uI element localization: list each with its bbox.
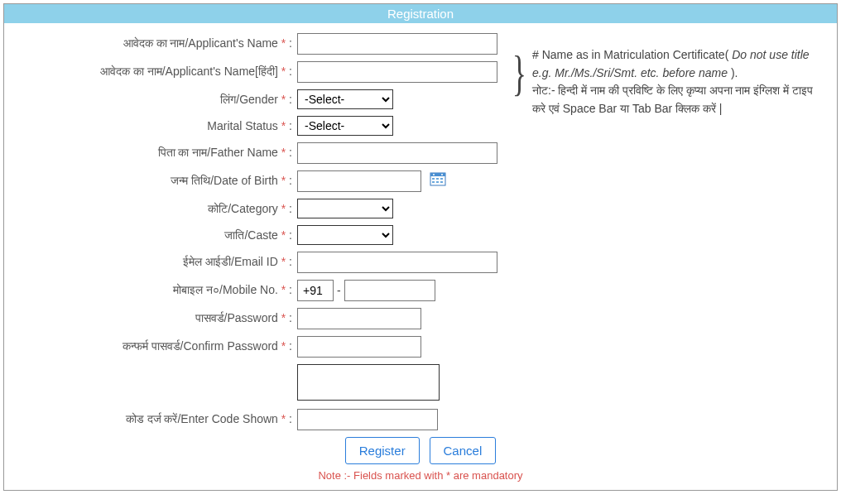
enter-code-input[interactable]	[297, 409, 438, 430]
marital-select[interactable]: -Select-	[297, 116, 393, 136]
svg-rect-1	[430, 173, 445, 176]
row-captcha-image	[16, 364, 825, 401]
row-enter-code: कोड दर्ज करें/Enter Code Shown * :	[16, 409, 825, 430]
svg-rect-6	[440, 178, 443, 180]
svg-rect-9	[440, 181, 443, 183]
svg-rect-5	[436, 178, 439, 180]
svg-point-2	[433, 174, 435, 175]
label-applicant-name-hindi: आवेदक का नाम/Applicant's Name[हिंदी] * :	[16, 61, 297, 79]
caste-select[interactable]	[297, 225, 393, 245]
category-select[interactable]	[297, 199, 393, 218]
row-category: कोटि/Category * :	[16, 199, 825, 218]
dob-input[interactable]	[297, 170, 421, 192]
label-gender: लिंग/Gender * :	[16, 89, 297, 107]
label-category: कोटि/Category * :	[16, 199, 297, 216]
label-enter-code: कोड दर्ज करें/Enter Code Shown * :	[16, 409, 297, 426]
password-input[interactable]	[297, 308, 421, 329]
label-mobile: मोबाइल न०/Mobile No. * :	[16, 280, 297, 297]
label-marital: Marital Status * :	[16, 116, 297, 132]
hint-line1-prefix: # Name as in Matriculation Certificate(	[532, 48, 732, 61]
row-email: ईमेल आईडी/Email ID * :	[16, 252, 825, 273]
email-input[interactable]	[297, 252, 497, 273]
label-father-name: पिता का नाम/Father Name * :	[16, 142, 297, 160]
mobile-dash: -	[337, 284, 341, 297]
label-confirm-password: कन्फर्म पासवर्ड/Confirm Password * :	[16, 336, 297, 353]
cancel-button[interactable]: Cancel	[430, 437, 497, 464]
row-father-name: पिता का नाम/Father Name * :	[16, 142, 825, 164]
applicant-name-input[interactable]	[297, 33, 497, 55]
captcha-image	[297, 364, 440, 401]
button-row: Register Cancel	[16, 437, 825, 464]
label-dob: जन्म तिथि/Date of Birth * :	[16, 170, 297, 188]
row-dob: जन्म तिथि/Date of Birth * :	[16, 170, 825, 192]
gender-select[interactable]: -Select-	[297, 89, 393, 109]
svg-point-3	[441, 174, 443, 175]
mobile-input[interactable]	[344, 280, 435, 301]
applicant-name-hindi-input[interactable]	[297, 61, 497, 83]
hint-line1-suffix: ).	[728, 66, 738, 79]
registration-container: Registration } # Name as in Matriculatio…	[3, 3, 838, 491]
row-password: पासवर्ड/Password * :	[16, 308, 825, 329]
header-title: Registration	[387, 7, 454, 21]
svg-rect-8	[436, 181, 439, 183]
row-marital: Marital Status * : -Select-	[16, 116, 825, 136]
brace-glyph: }	[512, 48, 526, 98]
label-caste: जाति/Caste * :	[16, 225, 297, 242]
row-mobile: मोबाइल न०/Mobile No. * : -	[16, 280, 825, 301]
mandatory-note: Note :- Fields marked with * are mandato…	[16, 469, 825, 482]
row-caste: जाति/Caste * :	[16, 225, 825, 245]
father-name-input[interactable]	[297, 142, 497, 164]
row-confirm-password: कन्फर्म पासवर्ड/Confirm Password * :	[16, 336, 825, 358]
hint-line2: नोट:- हिन्दी में नाम की प्रविष्टि के लिए…	[532, 84, 813, 115]
label-applicant-name: आवेदक का नाम/Applicant's Name * :	[16, 33, 297, 50]
svg-rect-7	[432, 181, 435, 183]
svg-rect-4	[432, 178, 435, 180]
hint-text: # Name as in Matriculation Certificate( …	[532, 46, 824, 118]
confirm-password-input[interactable]	[297, 336, 421, 358]
calendar-icon[interactable]	[430, 170, 446, 187]
label-password: पासवर्ड/Password * :	[16, 308, 297, 325]
register-button[interactable]: Register	[345, 437, 420, 464]
mobile-prefix-input[interactable]	[297, 280, 334, 301]
label-email: ईमेल आईडी/Email ID * :	[16, 252, 297, 269]
form-body: } # Name as in Matriculation Certificate…	[4, 23, 837, 490]
registration-header: Registration	[4, 4, 837, 23]
label-captcha-empty	[16, 364, 297, 367]
